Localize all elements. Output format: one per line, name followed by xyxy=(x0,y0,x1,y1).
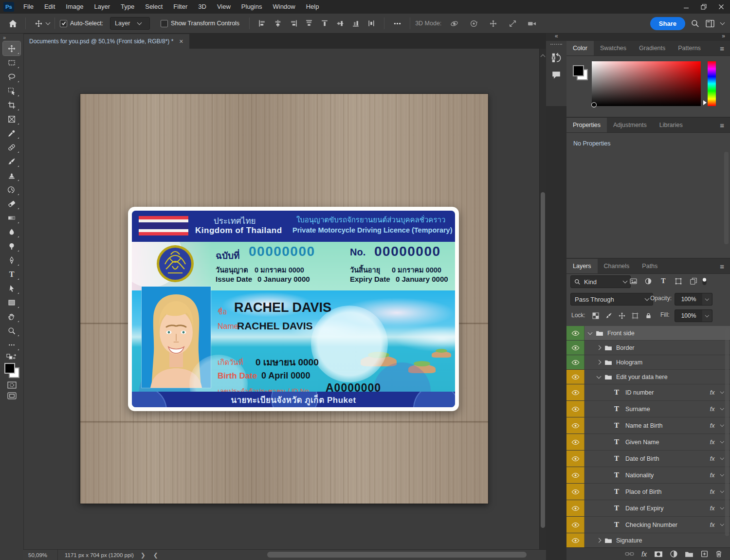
fx-expand-icon[interactable] xyxy=(720,423,724,427)
visibility-toggle-icon[interactable] xyxy=(566,401,584,417)
clone-stamp-tool[interactable] xyxy=(3,168,20,182)
fill-chevron-icon[interactable] xyxy=(702,309,712,322)
foreground-color-mini[interactable] xyxy=(573,65,584,76)
visibility-toggle-icon[interactable] xyxy=(566,326,584,340)
layer-row-border[interactable]: Border xyxy=(566,341,730,355)
layer-row-surname[interactable]: TSurnamefx xyxy=(566,401,730,417)
eraser-tool[interactable] xyxy=(3,197,20,211)
dist-h-icon[interactable] xyxy=(365,18,377,29)
kind-filter-dropdown[interactable]: Kind xyxy=(570,275,631,288)
layer-row-signature[interactable]: Signature xyxy=(566,533,730,548)
properties-scrollbar[interactable] xyxy=(724,152,729,244)
pen-tool[interactable] xyxy=(3,253,20,267)
visibility-toggle-icon[interactable] xyxy=(566,384,584,400)
align-left-icon[interactable] xyxy=(256,18,268,29)
auto-select-checkbox[interactable] xyxy=(60,20,67,27)
fx-badge[interactable]: fx xyxy=(710,488,715,495)
vertical-scrollbar-thumb[interactable] xyxy=(541,192,545,528)
lasso-tool[interactable] xyxy=(3,70,20,84)
color-tab-swatches[interactable]: Swatches xyxy=(594,41,633,55)
swap-colors-icon[interactable] xyxy=(6,354,17,360)
expand-group-icon[interactable] xyxy=(597,538,602,543)
menu-item-window[interactable]: Window xyxy=(267,0,300,14)
layer-row-name-at-birth[interactable]: TName at Birthfx xyxy=(566,417,730,434)
rectangle-tool[interactable] xyxy=(3,295,20,309)
blend-mode-dropdown[interactable]: Pass Through xyxy=(570,293,653,306)
layer-row-date-of-birth[interactable]: TDate of Birthfx xyxy=(566,451,730,467)
properties-panel-menu-icon[interactable]: ≡ xyxy=(714,121,730,129)
roll-3d-icon[interactable] xyxy=(468,18,479,29)
layer-effects-icon[interactable]: fx xyxy=(641,550,647,558)
pixel-filter-icon[interactable] xyxy=(628,276,639,286)
new-layer-icon[interactable] xyxy=(701,550,708,558)
collapse-group-icon[interactable] xyxy=(597,374,602,379)
hand-tool[interactable] xyxy=(3,309,20,324)
foreground-color-swatch[interactable] xyxy=(4,363,15,374)
fx-badge[interactable]: fx xyxy=(710,389,715,396)
zoom-level[interactable]: 50,09% xyxy=(23,552,57,558)
collapse-group-icon[interactable] xyxy=(588,330,593,335)
visibility-toggle-icon[interactable] xyxy=(566,417,584,434)
gradient-tool[interactable] xyxy=(3,211,20,225)
expand-panels-icon[interactable]: » xyxy=(722,33,725,39)
eyedropper-tool[interactable] xyxy=(3,126,20,140)
color-tab-color[interactable]: Color xyxy=(566,41,594,55)
adjustment-filter-icon[interactable] xyxy=(643,276,654,286)
fill-value[interactable]: 100% xyxy=(675,309,703,322)
screen-mode-icon[interactable] xyxy=(7,392,17,399)
toolbar-expand-icon[interactable]: » xyxy=(0,33,23,41)
more-options-icon[interactable] xyxy=(391,18,403,29)
layer-row-edit-your-data-here[interactable]: Edit your data here xyxy=(566,370,730,384)
layers-tab-channels[interactable]: Channels xyxy=(598,259,636,273)
foreground-background-colors[interactable] xyxy=(4,363,19,378)
lock-move-icon[interactable] xyxy=(617,311,627,320)
document-image[interactable]: ประเทศไทย Kingdom of Thailand ใบอนุญาตขั… xyxy=(80,94,488,504)
visibility-toggle-icon[interactable] xyxy=(566,517,584,533)
fx-badge[interactable]: fx xyxy=(710,505,715,512)
rectangular-marquee-tool[interactable] xyxy=(3,55,20,70)
opacity-value[interactable]: 100% xyxy=(675,293,703,306)
fx-expand-icon[interactable] xyxy=(720,472,724,476)
fx-badge[interactable]: fx xyxy=(710,422,715,429)
comments-icon[interactable] xyxy=(551,71,561,79)
color-field-selector[interactable] xyxy=(591,102,597,108)
search-icon[interactable] xyxy=(691,19,699,28)
align-top-icon[interactable] xyxy=(303,18,315,29)
camera-3d-icon[interactable] xyxy=(526,18,538,29)
link-layers-icon[interactable] xyxy=(625,551,634,557)
lock-all-icon[interactable] xyxy=(643,311,653,320)
layers-scrollbar-thumb[interactable] xyxy=(725,328,729,536)
workspace-icon[interactable] xyxy=(705,19,715,28)
close-tab-icon[interactable]: × xyxy=(179,38,183,45)
horizontal-scrollbar-thumb[interactable] xyxy=(267,552,527,558)
align-center-h-icon[interactable] xyxy=(272,18,284,29)
menu-item-layer[interactable]: Layer xyxy=(89,0,116,14)
fx-expand-icon[interactable] xyxy=(720,506,724,509)
layer-row-id-number[interactable]: TID numberfx xyxy=(566,384,730,401)
expand-group-icon[interactable] xyxy=(597,345,602,350)
visibility-toggle-icon[interactable] xyxy=(566,484,584,500)
frame-tool[interactable] xyxy=(3,112,20,126)
blur-tool[interactable] xyxy=(3,225,20,239)
visibility-toggle-icon[interactable] xyxy=(566,451,584,467)
status-next-icon[interactable]: ❯ xyxy=(141,552,146,559)
document-tab[interactable]: Documents for you.psd @ 50,1% (Front sid… xyxy=(23,34,189,49)
fx-badge[interactable]: fx xyxy=(710,472,715,479)
object-selection-tool[interactable] xyxy=(3,84,20,98)
menu-item-edit[interactable]: Edit xyxy=(39,0,60,14)
visibility-toggle-icon[interactable] xyxy=(566,533,584,547)
layer-row-nationality[interactable]: TNationalityfx xyxy=(566,467,730,484)
fx-expand-icon[interactable] xyxy=(720,406,724,410)
color-panel-swatches[interactable] xyxy=(573,65,588,80)
visibility-toggle-icon[interactable] xyxy=(566,355,584,369)
delete-layer-icon[interactable] xyxy=(715,550,722,558)
status-prev-icon[interactable]: ❮ xyxy=(153,552,158,559)
path-selection-tool[interactable] xyxy=(3,281,20,295)
adjustment-layer-icon[interactable] xyxy=(670,550,677,558)
share-button[interactable]: Share xyxy=(650,17,685,30)
restore-icon[interactable] xyxy=(695,0,712,14)
crop-tool[interactable] xyxy=(3,98,20,112)
smart-object-filter-icon[interactable] xyxy=(688,276,699,286)
props-tab-adjustments[interactable]: Adjustments xyxy=(607,118,653,132)
lock-artboard-icon[interactable] xyxy=(630,311,640,320)
